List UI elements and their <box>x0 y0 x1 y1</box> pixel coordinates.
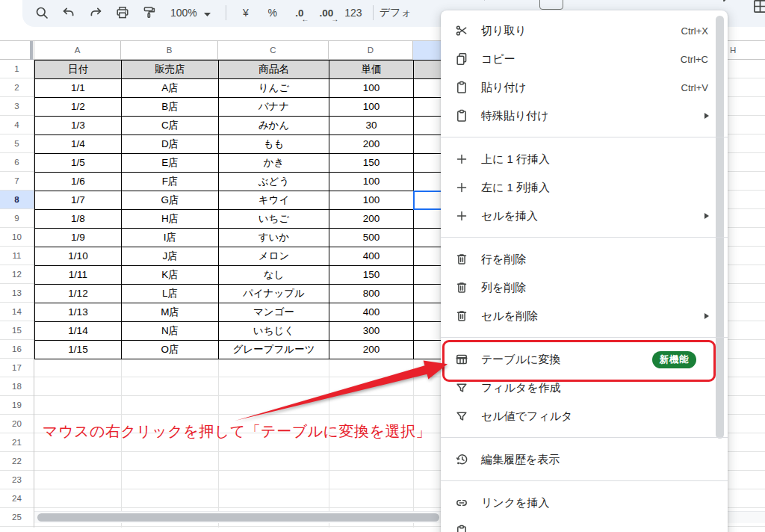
row-number-8[interactable]: 8 <box>0 191 34 209</box>
row-number-16[interactable]: 16 <box>0 340 34 359</box>
table-cell[interactable]: L店 <box>122 285 219 303</box>
table-cell[interactable]: I店 <box>122 229 219 247</box>
table-cell[interactable]: G店 <box>122 191 219 210</box>
table-cell[interactable]: グレープフルーツ <box>219 341 329 359</box>
table-cell[interactable]: 1/10 <box>35 247 122 266</box>
table-cell[interactable]: なし <box>219 266 329 285</box>
increase-decimal-button[interactable]: .00→ <box>313 1 340 24</box>
table-cell[interactable]: 1/1 <box>35 79 122 98</box>
borders-button[interactable] <box>751 0 765 17</box>
row-number-9[interactable]: 9 <box>0 209 34 228</box>
row-number-6[interactable]: 6 <box>0 153 34 172</box>
table-cell[interactable]: 150 <box>329 154 414 173</box>
row-number-2[interactable]: 2 <box>0 78 34 97</box>
row-number-5[interactable]: 5 <box>0 134 34 153</box>
row-number-14[interactable]: 14 <box>0 303 34 321</box>
select-all-corner[interactable] <box>0 41 34 60</box>
table-cell[interactable]: メロン <box>219 247 329 266</box>
table-cell[interactable]: いちじく <box>219 322 329 341</box>
font-selector[interactable]: デフォ <box>380 6 414 19</box>
table-cell[interactable]: N店 <box>122 322 219 341</box>
table-cell[interactable]: かき <box>219 154 329 173</box>
table-cell[interactable]: 1/9 <box>35 229 122 247</box>
row-number-13[interactable]: 13 <box>0 284 34 303</box>
paint-format-button[interactable] <box>136 1 163 24</box>
table-cell[interactable]: パイナップル <box>219 285 329 303</box>
row-number-23[interactable]: 23 <box>0 471 34 489</box>
column-header-A[interactable]: A <box>34 41 121 60</box>
table-cell[interactable]: 1/7 <box>35 191 122 210</box>
table-cell[interactable]: 1/8 <box>35 210 122 229</box>
menu-item-リンクを挿入[interactable]: リンクを挿入 <box>441 489 728 517</box>
table-cell[interactable]: 200 <box>329 210 414 229</box>
table-cell[interactable]: 1/6 <box>35 173 122 191</box>
table-cell[interactable]: もも <box>219 135 329 154</box>
table-cell[interactable]: C店 <box>122 117 219 135</box>
table-cell[interactable]: 100 <box>329 191 414 210</box>
table-cell[interactable]: 800 <box>329 285 414 303</box>
menu-item-上に 1 行挿入[interactable]: 上に 1 行挿入 <box>441 145 728 173</box>
menu-item-セルを削除[interactable]: セルを削除 <box>441 302 728 330</box>
menu-item-貼り付け[interactable]: 貼り付けCtrl+V <box>441 73 728 102</box>
table-cell[interactable]: A店 <box>122 79 219 98</box>
column-header-H[interactable]: H <box>728 41 765 60</box>
menu-item-特殊貼り付け[interactable]: 特殊貼り付け <box>441 102 728 130</box>
menu-item-左に 1 列挿入[interactable]: 左に 1 列挿入 <box>441 173 728 202</box>
table-cell[interactable]: 1/15 <box>35 341 122 359</box>
table-cell[interactable]: 1/11 <box>35 266 122 285</box>
row-number-18[interactable]: 18 <box>0 377 34 396</box>
table-cell[interactable]: H店 <box>122 210 219 229</box>
table-cell[interactable]: ぶどう <box>219 173 329 191</box>
menu-item-行を削除[interactable]: 行を削除 <box>441 245 728 273</box>
table-cell[interactable]: F店 <box>122 173 219 191</box>
menu-item-列を削除[interactable]: 列を削除 <box>441 273 728 302</box>
row-number-7[interactable]: 7 <box>0 172 34 191</box>
print-button[interactable] <box>109 1 136 24</box>
table-cell[interactable]: 400 <box>329 247 414 266</box>
menu-item-セル値でフィルタ[interactable]: セル値でフィルタ <box>441 402 728 430</box>
table-cell[interactable]: 100 <box>329 98 414 117</box>
table-cell[interactable]: 30 <box>329 117 414 135</box>
table-cell[interactable]: マンゴー <box>219 303 329 322</box>
table-cell[interactable]: B店 <box>122 98 219 117</box>
table-cell[interactable]: D店 <box>122 135 219 154</box>
undo-button[interactable] <box>55 1 82 24</box>
row-number-17[interactable]: 17 <box>0 359 34 377</box>
menu-item-セルを挿入[interactable]: セルを挿入 <box>441 202 728 230</box>
table-cell[interactable]: 1/13 <box>35 303 122 322</box>
table-cell[interactable]: 1/5 <box>35 154 122 173</box>
zoom-control[interactable]: 100% <box>163 6 220 19</box>
table-cell[interactable]: 1/12 <box>35 285 122 303</box>
column-header-C[interactable]: C <box>218 41 329 60</box>
row-number-4[interactable]: 4 <box>0 116 34 134</box>
menu-item-partial[interactable] <box>441 517 728 532</box>
table-cell[interactable]: K店 <box>122 266 219 285</box>
row-number-20[interactable]: 20 <box>0 415 34 433</box>
menu-item-切り取り[interactable]: 切り取りCtrl+X <box>441 16 728 45</box>
table-cell[interactable]: 1/3 <box>35 117 122 135</box>
table-cell[interactable]: 200 <box>329 341 414 359</box>
table-cell[interactable]: 1/14 <box>35 322 122 341</box>
table-cell[interactable]: 500 <box>329 229 414 247</box>
table-cell[interactable]: キウイ <box>219 191 329 210</box>
table-cell[interactable]: バナナ <box>219 98 329 117</box>
row-number-1[interactable]: 1 <box>0 60 34 78</box>
table-cell[interactable]: 150 <box>329 266 414 285</box>
column-header-D[interactable]: D <box>329 41 413 60</box>
table-cell[interactable]: E店 <box>122 154 219 173</box>
menu-item-フィルタを作成[interactable]: フィルタを作成 <box>441 374 728 402</box>
table-cell[interactable]: M店 <box>122 303 219 322</box>
table-cell[interactable]: 100 <box>329 79 414 98</box>
horizontal-scrollbar-thumb[interactable] <box>37 513 439 522</box>
table-cell[interactable]: 300 <box>329 322 414 341</box>
table-cell[interactable]: 200 <box>329 135 414 154</box>
menu-item-テーブルに変換[interactable]: テーブルに変換新機能 <box>441 345 728 374</box>
row-number-11[interactable]: 11 <box>0 247 34 265</box>
menu-item-コピー[interactable]: コピーCtrl+C <box>441 45 728 73</box>
row-number-24[interactable]: 24 <box>0 489 34 508</box>
decrease-decimal-button[interactable]: .0← <box>286 1 313 24</box>
table-cell[interactable]: すいか <box>219 229 329 247</box>
row-number-22[interactable]: 22 <box>0 452 34 471</box>
row-number-12[interactable]: 12 <box>0 265 34 284</box>
menu-item-編集履歴を表示[interactable]: 編集履歴を表示 <box>441 445 728 474</box>
